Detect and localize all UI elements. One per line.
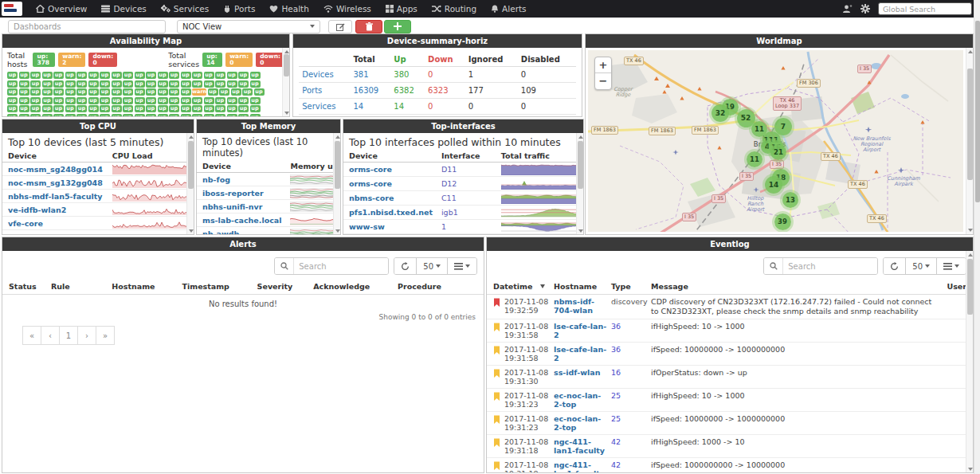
- host-status-badge[interactable]: up: [123, 80, 133, 88]
- host-status-badge[interactable]: up: [238, 72, 249, 79]
- host-status-badge[interactable]: up: [112, 88, 122, 96]
- pagination-button[interactable]: 1: [59, 326, 78, 345]
- alerts-col-header[interactable]: Severity: [257, 282, 314, 291]
- host-status-badge[interactable]: up: [181, 97, 191, 104]
- map-cluster-marker[interactable]: 32: [711, 104, 729, 122]
- host-status-badge[interactable]: up: [7, 72, 18, 79]
- summary-total[interactable]: 16309: [350, 83, 390, 99]
- map-zoom-out-button[interactable]: −: [595, 73, 611, 89]
- host-status-badge[interactable]: up: [146, 88, 156, 96]
- sparkline-graph[interactable]: [496, 234, 583, 236]
- summary-ignored[interactable]: 0: [465, 99, 518, 115]
- scrollbar[interactable]: [282, 48, 289, 117]
- nav-item-ports[interactable]: Ports: [216, 0, 262, 18]
- device-link[interactable]: ms-lab-cache.local: [197, 213, 284, 227]
- host-status-badge[interactable]: up: [227, 114, 237, 118]
- device-link[interactable]: noc-msm_sg132gg048: [2, 176, 107, 190]
- map-cluster-marker[interactable]: 21: [770, 144, 786, 160]
- host-status-badge[interactable]: up: [88, 80, 99, 88]
- interface-link[interactable]: 1: [436, 220, 496, 234]
- eventlog-search-input[interactable]: [783, 258, 877, 274]
- sparkline-graph[interactable]: [107, 190, 194, 203]
- host-status-badge[interactable]: up: [181, 114, 191, 118]
- host-status-badge[interactable]: up: [169, 88, 179, 96]
- host-status-badge[interactable]: up: [53, 72, 64, 79]
- scrollbar[interactable]: [333, 133, 340, 235]
- device-link[interactable]: noc-msm_sg248gg014: [2, 163, 107, 176]
- host-status-badge[interactable]: up: [53, 97, 64, 104]
- host-status-badge[interactable]: up: [100, 97, 110, 104]
- interface-link[interactable]: 24: [436, 234, 496, 236]
- services-up-badge[interactable]: up: 14: [202, 53, 222, 67]
- sparkline-graph[interactable]: [496, 177, 583, 191]
- event-type[interactable]: 25: [611, 414, 651, 423]
- host-status-badge[interactable]: up: [227, 80, 237, 88]
- summary-row-link[interactable]: Devices: [299, 67, 350, 83]
- host-status-badge[interactable]: up: [208, 88, 218, 96]
- host-status-badge[interactable]: up: [192, 80, 202, 88]
- host-status-badge[interactable]: up: [215, 97, 225, 104]
- interface-link[interactable]: D11: [436, 163, 496, 177]
- scrollbar[interactable]: [576, 133, 583, 235]
- summary-up[interactable]: 380: [390, 67, 425, 83]
- sparkline-graph[interactable]: [496, 220, 583, 234]
- host-status-badge[interactable]: up: [238, 114, 249, 118]
- alerts-col-header[interactable]: Timestamp: [182, 282, 257, 291]
- alerts-col-header[interactable]: Acknowledge: [313, 282, 398, 291]
- host-status-badge[interactable]: up: [19, 97, 29, 104]
- host-status-badge[interactable]: up: [7, 97, 18, 104]
- edit-dashboard-button[interactable]: [328, 20, 352, 33]
- table-col-header[interactable]: Device: [2, 150, 107, 163]
- table-col-header[interactable]: Total traffic: [496, 150, 583, 163]
- host-status-badge[interactable]: up: [181, 80, 191, 88]
- page-size-dropdown[interactable]: 50: [417, 258, 448, 274]
- host-status-badge[interactable]: up: [204, 105, 214, 112]
- host-status-badge[interactable]: up: [112, 97, 122, 104]
- scrollbar[interactable]: [966, 48, 973, 234]
- app-logo[interactable]: [2, 2, 22, 16]
- alerts-col-header[interactable]: Rule: [51, 282, 112, 291]
- services-down-badge[interactable]: down: 0: [256, 53, 284, 67]
- sparkline-graph[interactable]: [496, 163, 583, 177]
- host-status-badge[interactable]: up: [123, 114, 133, 118]
- sparkline-graph[interactable]: [107, 176, 194, 190]
- host-status-badge[interactable]: up: [42, 80, 53, 88]
- host-status-badge[interactable]: up: [112, 72, 122, 79]
- host-status-badge[interactable]: up: [53, 88, 64, 96]
- host-status-badge[interactable]: up: [88, 114, 99, 118]
- table-col-header[interactable]: Interface: [436, 150, 496, 163]
- host-status-badge[interactable]: up: [219, 88, 229, 96]
- device-link[interactable]: ve-mdf-wlan2: [2, 230, 107, 236]
- host-status-badge[interactable]: up: [123, 97, 133, 104]
- host-status-badge[interactable]: up: [250, 97, 261, 104]
- host-status-badge[interactable]: up: [7, 88, 18, 96]
- host-status-badge[interactable]: up: [42, 88, 53, 96]
- summary-total[interactable]: 14: [350, 99, 390, 115]
- event-type[interactable]: 16: [611, 368, 651, 377]
- host-status-badge[interactable]: up: [112, 80, 122, 88]
- host-status-badge[interactable]: up: [65, 80, 76, 88]
- host-status-badge[interactable]: up: [192, 114, 202, 118]
- host-status-badge[interactable]: up: [169, 80, 179, 88]
- host-status-badge[interactable]: up: [76, 114, 87, 118]
- nav-item-devices[interactable]: Devices: [94, 0, 153, 18]
- alerts-col-header[interactable]: Status: [9, 282, 51, 291]
- sparkline-graph[interactable]: [107, 203, 194, 217]
- dashboards-input[interactable]: [8, 20, 166, 33]
- host-status-badge[interactable]: up: [227, 72, 237, 79]
- host-status-badge[interactable]: up: [19, 80, 29, 88]
- alerts-search-input[interactable]: [294, 258, 388, 274]
- map-cluster-marker[interactable]: 11: [747, 151, 762, 167]
- host-status-badge[interactable]: up: [30, 114, 41, 118]
- summary-col-header[interactable]: Total: [350, 53, 390, 67]
- host-status-badge[interactable]: up: [112, 105, 122, 112]
- host-status-badge[interactable]: up: [242, 88, 253, 96]
- event-type[interactable]: 25: [611, 391, 651, 400]
- device-link[interactable]: nbhs-mdf-lan5-faculty: [2, 190, 107, 203]
- alerts-col-header[interactable]: Hostname: [112, 282, 182, 291]
- services-warn-badge[interactable]: warn: 0: [225, 53, 253, 67]
- sparkline-graph[interactable]: [107, 163, 194, 176]
- host-status-badge[interactable]: up: [135, 80, 145, 88]
- summary-col-header[interactable]: Down: [425, 53, 465, 67]
- sparkline-graph[interactable]: [496, 206, 583, 220]
